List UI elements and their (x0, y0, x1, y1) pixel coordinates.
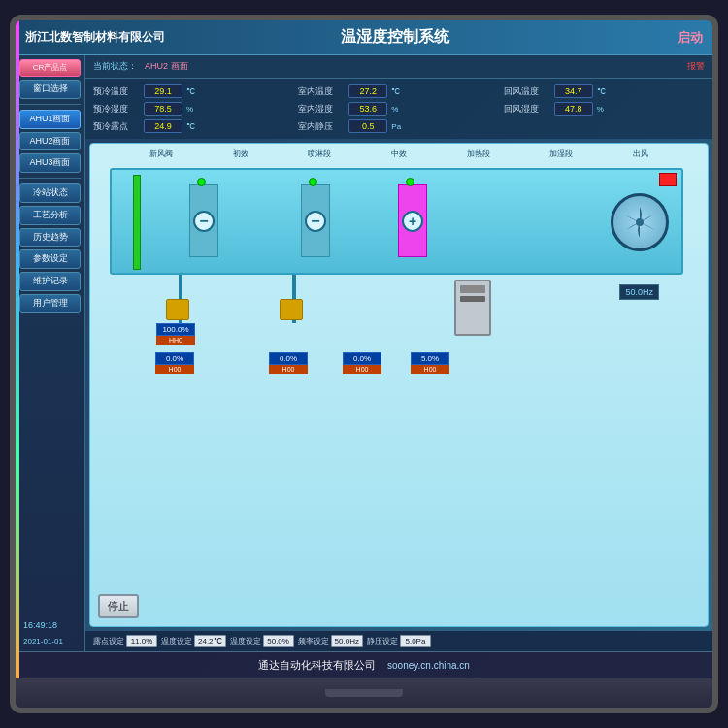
sidebar-item-window[interactable]: 窗口选择 (19, 80, 81, 99)
label-freq: 频率设定 (298, 636, 329, 646)
inst3-sub: H00 (343, 365, 381, 374)
sidebar-divider-1 (19, 104, 81, 105)
inst1-value: 100.0% (156, 323, 195, 336)
sidebar-item-process[interactable]: 工艺分析 (19, 206, 81, 225)
value-temp-set[interactable]: 24.2℃ (194, 635, 226, 647)
param-humid-set: 温度设定 50.0% (230, 635, 294, 647)
inst1b-value: 0.0% (155, 352, 194, 365)
reading-indoor-temp: 室内温度 27.2 ℃ (298, 84, 499, 98)
date-display: 2021-01-01 (19, 635, 81, 647)
svg-point-0 (636, 218, 644, 226)
fan-circle (611, 193, 669, 251)
label-indoor-temp: 室内温度 (298, 85, 345, 98)
section-label-outlet: 出风 (633, 149, 648, 159)
instrument-3: 0.0% H00 (343, 352, 381, 374)
label-temp-set: 温度设定 (161, 636, 192, 646)
sidebar-divider-2 (19, 178, 81, 179)
system-title: 温湿度控制系统 (165, 27, 625, 48)
monitor-base (16, 678, 712, 708)
sidebar-item-maintenance[interactable]: 维护记录 (19, 272, 81, 291)
inst1-sub: HH0 (156, 336, 195, 345)
flowmeter-1 (166, 299, 189, 320)
stop-button[interactable]: 停止 (98, 594, 139, 618)
reading-return-temp: 回风温度 34.7 ℃ (504, 84, 705, 98)
reading-return-humid: 回风湿度 47.8 % (504, 102, 705, 116)
readings-panel: 预冷温度 29.1 ℃ 室内温度 27.2 ℃ 回风温度 34.7 ℃ (85, 79, 712, 139)
value-dew-point: 24.9 (144, 119, 182, 133)
coil-humid-symbol: + (402, 211, 423, 232)
indicator-coil2-top (309, 178, 317, 186)
value-indoor-temp: 27.2 (348, 84, 387, 98)
reading-empty (504, 119, 705, 133)
value-freq[interactable]: 50.0Hz (331, 635, 363, 647)
bottom-readings: 露点设定 11.0% 温度设定 24.2℃ 温度设定 50.0% 频率设定 50… (85, 631, 712, 651)
watermark-url: sooney.cn.china.cn (387, 660, 470, 671)
reading-dew-point: 预冷露点 24.9 ℃ (93, 119, 294, 133)
monitor-stand (325, 689, 403, 697)
status-value: AHU2 画面 (145, 60, 188, 73)
param-temp: 温度设定 24.2℃ (161, 635, 226, 647)
sidebar-item-ahu2[interactable]: AHU2画面 (19, 132, 81, 151)
label-static-press: 室内静压 (298, 120, 345, 133)
coil-2: − (301, 184, 330, 257)
unit-precool-humid: % (186, 105, 193, 114)
reading-indoor-humid: 室内湿度 53.6 % (298, 102, 499, 116)
coil-2-symbol: − (305, 211, 326, 232)
section-label-heat: 加热段 (467, 149, 490, 159)
sidebar-item-params[interactable]: 参数设定 (19, 249, 81, 269)
indicator-coil1-top (197, 178, 206, 186)
sidebar-item-history[interactable]: 历史趋势 (19, 228, 81, 248)
label-return-temp: 回风温度 (504, 85, 550, 98)
label-dew-point: 预冷露点 (93, 120, 140, 133)
sidebar-item-user[interactable]: 用户管理 (19, 294, 81, 314)
param-dew: 露点设定 11.0% (93, 635, 157, 647)
unit-indoor-humid: % (391, 105, 398, 114)
status-bar: 当前状态： AHU2 画面 报警 (85, 55, 712, 79)
label-dew: 露点设定 (93, 636, 124, 646)
section-labels: 新风阀 初效 喷淋段 中效 加热段 加湿段 出风 (119, 149, 678, 159)
company-name: 浙江北数智制材料有限公司 (25, 29, 165, 46)
color-band (16, 20, 19, 678)
section-label-spray: 喷淋段 (308, 149, 331, 159)
stop-area: 停止 (98, 594, 145, 618)
sidebar-item-cr[interactable]: CR产品点 (19, 59, 81, 77)
monitor-frame: 浙江北数智制材料有限公司 温湿度控制系统 启动 CR产品点 窗口选择 AHU1画… (10, 15, 718, 713)
sidebar-item-cold[interactable]: 冷站状态 (19, 183, 81, 203)
main-content: CR产品点 窗口选择 AHU1画面 AHU2画面 AHU3画面 冷站状态 工艺分… (16, 55, 712, 651)
filter-bar-1 (133, 175, 141, 270)
coil-1: − (189, 184, 218, 257)
unit-return-temp: ℃ (597, 87, 606, 96)
inst2b-sub: H00 (269, 365, 308, 374)
watermark: 通达自动化科技有限公司 sooney.cn.china.cn (16, 651, 712, 678)
value-humid-set[interactable]: 50.0% (263, 635, 294, 647)
value-return-temp: 34.7 (554, 84, 593, 98)
diagram-area: 新风阀 初效 喷淋段 中效 加热段 加湿段 出风 − (89, 143, 709, 627)
value-dew[interactable]: 11.0% (126, 635, 157, 647)
section-label-filter1: 初效 (233, 149, 248, 159)
instrument-2b: 0.0% H00 (269, 352, 308, 374)
label-press: 静压设定 (367, 636, 398, 646)
cabinet-indicator (460, 285, 485, 293)
time-display: 16:49:18 (19, 618, 81, 632)
inst2b-value: 0.0% (269, 352, 308, 365)
inst4-value: 5.0% (411, 352, 449, 365)
reading-precool-temp: 预冷温度 29.1 ℃ (93, 84, 294, 98)
label-humid-set: 温度设定 (230, 636, 261, 646)
inst3-value: 0.0% (343, 352, 381, 365)
unit-static-press: Pa (391, 122, 401, 131)
inst4-sub: H00 (411, 365, 449, 374)
sidebar-item-ahu3[interactable]: AHU3画面 (19, 153, 81, 173)
unit-dew-point: ℃ (186, 122, 195, 131)
alarm-indicator (659, 173, 677, 186)
value-press[interactable]: 5.0Pa (400, 635, 431, 647)
value-precool-humid: 78.5 (144, 102, 182, 116)
param-freq: 频率设定 50.0Hz (298, 635, 363, 647)
label-return-humid: 回风湿度 (504, 103, 550, 116)
indicator-humid-top (406, 178, 414, 186)
fan-svg (618, 201, 661, 244)
control-cabinet (454, 280, 491, 336)
sidebar: CR产品点 窗口选择 AHU1画面 AHU2画面 AHU3画面 冷站状态 工艺分… (16, 55, 85, 651)
section-label-humid: 加湿段 (549, 149, 573, 159)
sidebar-item-ahu1[interactable]: AHU1画面 (19, 110, 81, 129)
hz-display: 50.0Hz (619, 284, 659, 300)
